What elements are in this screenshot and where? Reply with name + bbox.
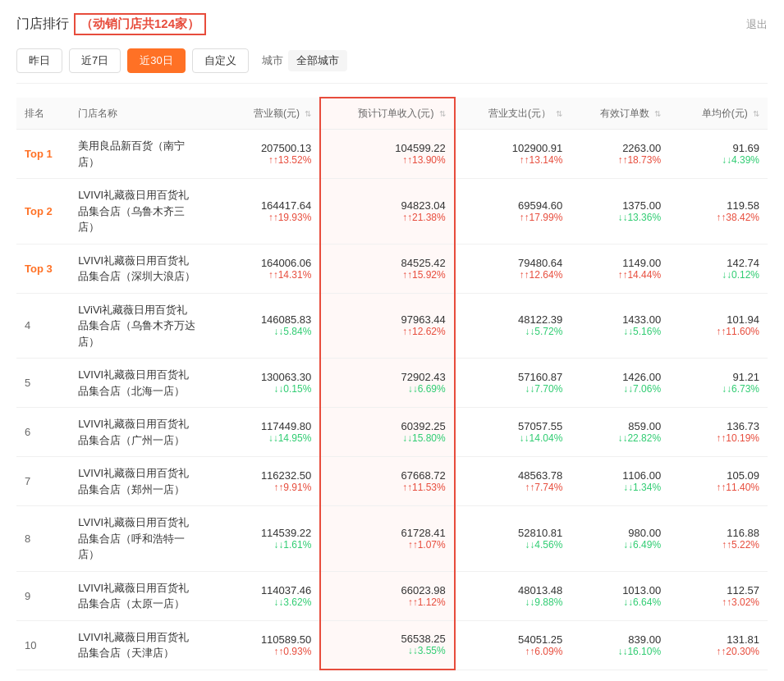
expense-cell: 57057.55 ↓14.04% <box>455 408 571 457</box>
city-value[interactable]: 全部城市 <box>288 50 347 71</box>
col-expense[interactable]: 营业支出(元） ⇅ <box>455 98 571 130</box>
expense-cell: 54051.25 ↑6.09% <box>455 620 571 670</box>
predicted-cell: 67668.72 ↑11.53% <box>320 457 454 506</box>
expense-value: 57057.55 <box>464 420 563 432</box>
revenue-value: 110589.50 <box>213 633 312 646</box>
predicted-change: ↓15.80% <box>329 432 445 444</box>
table-row: 6LVIVI礼藏薇日用百货礼品集合店（广州一店） 117449.80 ↓14.9… <box>16 408 768 457</box>
store-name-cell: LVIVI礼藏薇日用百货礼品集合店（郑州一店） <box>70 457 204 506</box>
orders-value: 1426.00 <box>579 371 661 383</box>
ranking-table: 排名 门店名称 营业额(元) ⇅ 预计订单收入(元) ⇅ 营业支出(元） ⇅ 有… <box>16 97 768 670</box>
orders-change: ↓22.82% <box>579 432 661 444</box>
revenue-value: 114037.46 <box>213 584 312 596</box>
store-name-cell: LVIVI礼藏薇日用百货礼品集合店（乌鲁木齐三店） <box>70 179 204 245</box>
revenue-cell: 130063.30 ↓0.15% <box>204 359 321 408</box>
expense-cell: 57160.87 ↓7.70% <box>455 359 571 408</box>
predicted-change: ↑1.07% <box>329 539 445 551</box>
orders-change: ↓6.64% <box>579 596 661 608</box>
avg-change: ↑38.42% <box>677 212 759 223</box>
rank-value: 5 <box>25 377 30 389</box>
predicted-cell: 72902.43 ↓6.69% <box>320 359 454 408</box>
avg-change: ↑11.60% <box>677 326 759 337</box>
orders-value: 980.00 <box>579 527 661 539</box>
predicted-cell: 84525.42 ↑15.92% <box>320 244 454 293</box>
rank-cell: 8 <box>16 506 70 572</box>
revenue-cell: 117449.80 ↓14.95% <box>204 408 321 457</box>
filter-last30[interactable]: 近30日 <box>127 48 185 73</box>
revenue-change: ↓0.15% <box>213 383 312 395</box>
expense-value: 102900.91 <box>464 142 563 154</box>
orders-value: 1013.00 <box>579 584 661 596</box>
revenue-value: 114539.22 <box>213 527 312 539</box>
avg-value: 136.73 <box>677 420 759 432</box>
store-name-cell: LVIVI礼藏薇日用百货礼品集合店（太原一店） <box>70 571 204 620</box>
avg-price-cell: 105.09 ↑11.40% <box>669 457 768 506</box>
rank-value: 10 <box>25 639 36 651</box>
revenue-change: ↓1.61% <box>213 539 312 551</box>
expense-cell: 52810.81 ↓4.56% <box>455 506 571 572</box>
orders-cell: 839.00 ↓16.10% <box>571 620 669 670</box>
page-header: 门店排行 （动销门店共124家） 退出 <box>16 13 768 35</box>
rank-cell: 10 <box>16 620 70 670</box>
expense-value: 48563.78 <box>464 469 563 482</box>
avg-value: 116.88 <box>677 527 759 539</box>
store-name-cell: 美用良品新百货（南宁店） <box>70 130 204 179</box>
logout-button[interactable]: 退出 <box>746 17 768 32</box>
store-name-cell: LVIVI礼藏薇日用百货礼品集合店（天津店） <box>70 620 204 670</box>
filter-last7[interactable]: 近7日 <box>69 48 121 73</box>
orders-change: ↑18.73% <box>579 154 661 166</box>
orders-cell: 1106.00 ↓1.34% <box>571 457 669 506</box>
col-revenue[interactable]: 营业额(元) ⇅ <box>204 98 321 130</box>
rank-cell: 5 <box>16 359 70 408</box>
expense-cell: 48563.78 ↑7.74% <box>455 457 571 506</box>
filter-yesterday[interactable]: 昨日 <box>16 48 62 73</box>
table-row: 5LVIVI礼藏薇日用百货礼品集合店（北海一店） 130063.30 ↓0.15… <box>16 359 768 408</box>
avg-price-cell: 131.81 ↑20.30% <box>669 620 768 670</box>
table-row: 10LVIVI礼藏薇日用百货礼品集合店（天津店） 110589.50 ↑0.93… <box>16 620 768 670</box>
revenue-change: ↑13.52% <box>213 154 312 166</box>
rank-cell: Top 3 <box>16 244 70 293</box>
expense-change: ↓9.88% <box>464 596 563 608</box>
sort-expense-icon: ⇅ <box>556 109 562 118</box>
avg-value: 119.58 <box>677 199 759 212</box>
expense-value: 79480.64 <box>464 257 563 269</box>
expense-change: ↑13.14% <box>464 154 563 166</box>
revenue-value: 117449.80 <box>213 420 312 432</box>
predicted-value: 60392.25 <box>329 420 445 432</box>
orders-cell: 1149.00 ↑14.44% <box>571 244 669 293</box>
avg-value: 105.09 <box>677 469 759 482</box>
filter-custom[interactable]: 自定义 <box>192 48 249 73</box>
predicted-value: 94823.04 <box>329 199 445 212</box>
revenue-cell: 164417.64 ↑19.93% <box>204 179 321 245</box>
revenue-cell: 146085.83 ↓5.84% <box>204 293 321 359</box>
col-avg[interactable]: 单均价(元) ⇅ <box>669 98 768 130</box>
store-name-cell: LVIVI礼藏薇日用百货礼品集合店（广州一店） <box>70 408 204 457</box>
orders-change: ↓1.34% <box>579 482 661 493</box>
expense-change: ↓4.56% <box>464 539 563 551</box>
predicted-cell: 60392.25 ↓15.80% <box>320 408 454 457</box>
predicted-value: 67668.72 <box>329 469 445 482</box>
table-row: Top 3LVIVI礼藏薇日用百货礼品集合店（深圳大浪店） 164006.06 … <box>16 244 768 293</box>
rank-value: 6 <box>25 426 30 438</box>
orders-value: 2263.00 <box>579 142 661 154</box>
orders-cell: 980.00 ↓6.49% <box>571 506 669 572</box>
expense-value: 52810.81 <box>464 527 563 539</box>
expense-cell: 102900.91 ↑13.14% <box>455 130 571 179</box>
expense-cell: 48122.39 ↓5.72% <box>455 293 571 359</box>
expense-value: 48122.39 <box>464 313 563 326</box>
predicted-value: 84525.42 <box>329 257 445 269</box>
expense-change: ↑6.09% <box>464 646 563 657</box>
avg-change: ↓4.39% <box>677 154 759 166</box>
rank-value: Top 3 <box>25 263 53 275</box>
store-name-cell: LVIVI礼藏薇日用百货礼品集合店（深圳大浪店） <box>70 244 204 293</box>
predicted-cell: 97963.44 ↑12.62% <box>320 293 454 359</box>
predicted-cell: 66023.98 ↑1.12% <box>320 571 454 620</box>
rank-cell: 4 <box>16 293 70 359</box>
orders-cell: 2263.00 ↑18.73% <box>571 130 669 179</box>
predicted-change: ↑15.92% <box>329 269 445 281</box>
expense-cell: 79480.64 ↑12.64% <box>455 244 571 293</box>
revenue-value: 146085.83 <box>213 313 312 326</box>
revenue-value: 130063.30 <box>213 371 312 383</box>
col-predicted[interactable]: 预计订单收入(元) ⇅ <box>320 98 454 130</box>
col-orders[interactable]: 有效订单数 ⇅ <box>571 98 669 130</box>
